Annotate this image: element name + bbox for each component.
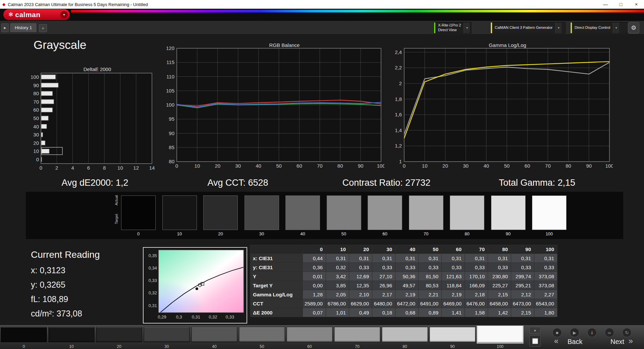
svg-text:60: 60 xyxy=(525,163,530,169)
table-value-cell: 1,58 xyxy=(465,308,488,317)
table-col-header-50: 50 xyxy=(419,245,442,254)
save-icon: ⇓ xyxy=(590,330,594,335)
meter-chevron-down-icon[interactable]: ▾ xyxy=(464,22,470,33)
next-button[interactable]: Next xyxy=(610,338,624,346)
reading-fl: fL: 108,89 xyxy=(31,294,68,304)
svg-text:85: 85 xyxy=(169,144,174,150)
table-value-cell: 0,33 xyxy=(395,263,419,272)
reading-cdm2: cd/m²: 373,08 xyxy=(31,309,82,318)
window-titlebar: ◆ Calman 2023 Calman Ultimate for Busine… xyxy=(0,0,644,9)
svg-text:2: 2 xyxy=(55,165,58,171)
pattern-patch-80[interactable] xyxy=(382,327,428,342)
minimize-button[interactable]: — xyxy=(598,0,613,9)
svg-text:40: 40 xyxy=(33,124,39,129)
swatch-level-label: 70 xyxy=(409,231,443,236)
meter-dropdown[interactable]: X-Rite i1Pro 2 Direct View ▾ xyxy=(434,22,471,34)
table-row-label: CCT xyxy=(250,299,303,308)
pattern-patch-label: 0 xyxy=(1,344,47,349)
pattern-patch-label: 90 xyxy=(429,344,476,349)
add-layout-tab-button[interactable]: + xyxy=(39,24,47,32)
maximize-button[interactable]: □ xyxy=(613,0,629,9)
table-value-cell: 0,68 xyxy=(395,308,419,317)
pattern-patch-10[interactable] xyxy=(48,327,95,342)
grayscale-swatch-60 xyxy=(368,195,402,230)
pattern-patch-0[interactable] xyxy=(1,327,47,342)
pattern-panel-up-button[interactable]: ▲ xyxy=(529,327,541,334)
table-col-header-100: 100 xyxy=(534,245,557,254)
table-row: Target Y0,003,8512,3526,9649,5780,53118,… xyxy=(250,281,557,290)
table-row-label: ΔE 2000 xyxy=(250,308,303,317)
pattern-patch-100[interactable] xyxy=(477,326,523,343)
svg-text:20: 20 xyxy=(33,140,39,146)
svg-text:0: 0 xyxy=(403,163,406,169)
stop-button[interactable]: ■ xyxy=(552,328,562,337)
app-icon: ◆ xyxy=(2,2,5,7)
table-value-cell: 166,09 xyxy=(465,281,488,290)
link-button[interactable]: ∞ xyxy=(605,328,614,337)
pattern-patch-90[interactable] xyxy=(429,327,476,342)
tab-history-1[interactable]: History 1 xyxy=(10,23,37,32)
pattern-patch-50[interactable] xyxy=(239,327,285,342)
table-value-cell: 3,85 xyxy=(326,281,349,290)
table-value-cell: 170,10 xyxy=(465,272,488,281)
pattern-generator-dropdown[interactable]: CalMAN Client 3 Pattern Generator ▾ xyxy=(490,22,566,34)
reading-y: y: 0,3265 xyxy=(31,280,65,290)
table-col-header-10: 10 xyxy=(326,245,349,254)
table-value-cell: 2,10 xyxy=(349,290,372,299)
swatch-level-label: 40 xyxy=(285,231,320,236)
rainbow-gradient-strip xyxy=(71,10,644,12)
svg-text:0,33: 0,33 xyxy=(149,278,157,283)
table-col-header-90: 90 xyxy=(511,245,534,254)
svg-text:90: 90 xyxy=(33,82,39,88)
table-value-cell: 0,01 xyxy=(303,272,326,281)
save-button[interactable]: ⇓ xyxy=(587,328,597,337)
pattern-patch-label: 30 xyxy=(144,344,190,349)
table-value-cell: 373,08 xyxy=(534,281,557,290)
table-value-cell: 2,19 xyxy=(395,290,419,299)
next-chevrons-icon[interactable]: » xyxy=(629,337,633,346)
pattern-patch-label: 20 xyxy=(96,344,142,349)
pattern-patch-70[interactable] xyxy=(334,327,380,342)
pattern-chevron-down-icon[interactable]: ▾ xyxy=(555,22,561,33)
table-value-cell: 6469,00 xyxy=(442,299,465,308)
svg-text:10: 10 xyxy=(117,165,123,171)
table-value-cell: 2,27 xyxy=(534,290,557,299)
table-value-cell: 0,31 xyxy=(419,254,442,263)
display-chevron-down-icon[interactable]: ▾ xyxy=(613,22,619,33)
table-value-cell: 2589,00 xyxy=(303,299,326,308)
table-value-cell: 0,33 xyxy=(511,263,534,272)
back-chevrons-icon[interactable]: « xyxy=(554,337,558,346)
close-button[interactable]: × xyxy=(629,0,644,9)
play-button[interactable]: ▶ xyxy=(570,328,579,337)
table-value-cell: 6472,00 xyxy=(395,299,419,308)
display-control-dropdown[interactable]: Direct Display Control ▾ xyxy=(570,22,633,34)
play-icon: ▶ xyxy=(573,330,576,335)
svg-text:115: 115 xyxy=(166,59,174,65)
svg-text:40: 40 xyxy=(483,163,489,169)
table-value-cell: 0,31 xyxy=(372,254,395,263)
swatch-level-label: 50 xyxy=(327,231,361,236)
pattern-patch-30[interactable] xyxy=(144,327,190,342)
svg-text:100: 100 xyxy=(31,74,39,80)
pattern-patch-60[interactable] xyxy=(286,327,333,342)
table-row: x: CIE310,440,310,310,310,310,310,310,31… xyxy=(250,254,557,263)
svg-text:2,2: 2,2 xyxy=(395,65,402,70)
pattern-window-button[interactable] xyxy=(529,335,541,347)
grayscale-swatch-40 xyxy=(285,195,320,230)
svg-text:80: 80 xyxy=(33,91,39,96)
table-value-cell: 1,42 xyxy=(488,308,511,317)
svg-text:1,8: 1,8 xyxy=(395,96,402,102)
back-button[interactable]: Back xyxy=(568,338,582,346)
refresh-button[interactable]: ↻ xyxy=(622,328,632,337)
table-value-cell: 230,80 xyxy=(488,272,511,281)
logo-menu-chevron-icon[interactable]: ▾ xyxy=(60,11,68,18)
settings-gear-button[interactable]: ⚙ xyxy=(628,22,639,34)
table-row-label: Gamma Log/Log xyxy=(250,290,303,299)
table-value-cell: 50,36 xyxy=(395,272,419,281)
pattern-patch-40[interactable] xyxy=(191,327,237,342)
pattern-patch-20[interactable] xyxy=(96,327,142,342)
calman-logo[interactable]: ✻ calman ▾ xyxy=(3,9,70,20)
layout-nav-arrow-button[interactable]: ▶ xyxy=(1,23,9,32)
svg-text:0,31: 0,31 xyxy=(149,303,157,308)
table-value-cell: 0,31 xyxy=(488,254,511,263)
